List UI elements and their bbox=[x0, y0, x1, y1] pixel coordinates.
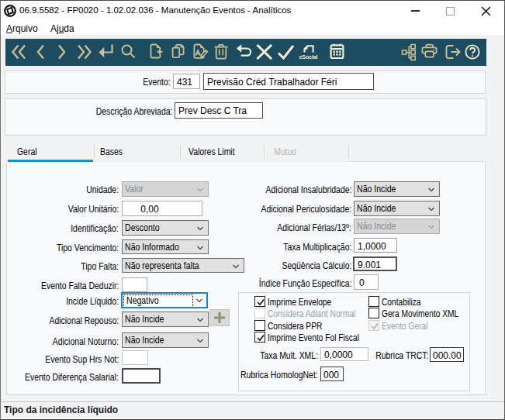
svg-text:eSocial: eSocial bbox=[299, 54, 318, 60]
